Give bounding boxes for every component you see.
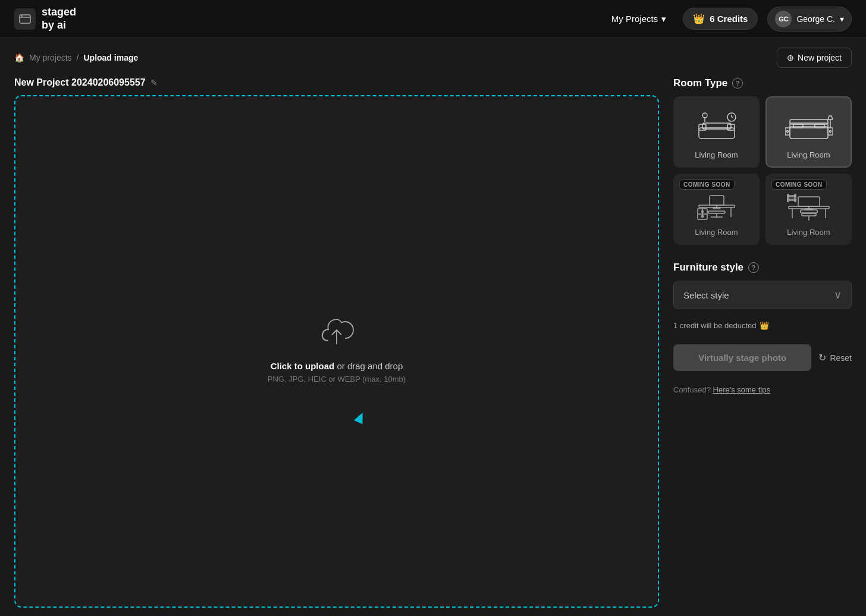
room-icon-2: [785, 110, 833, 146]
breadcrumb-current: Upload image: [83, 53, 138, 62]
room-label-4: Living Room: [787, 228, 830, 237]
home-icon: 🏠: [14, 53, 24, 62]
coming-soon-badge-4: COMING SOON: [771, 180, 827, 190]
logo-text: staged by ai: [42, 6, 76, 32]
room-type-help-icon[interactable]: ?: [732, 78, 743, 89]
plus-icon: ⊕: [787, 53, 794, 62]
new-project-button[interactable]: ⊕ New project: [777, 48, 852, 68]
chevron-down-icon: ∨: [834, 288, 842, 301]
room-icon-3: [693, 187, 741, 223]
edit-icon[interactable]: ✎: [150, 78, 158, 87]
breadcrumb-home-link[interactable]: My projects: [29, 53, 72, 62]
room-type-title: Room Type ?: [673, 77, 852, 89]
room-label-3: Living Room: [695, 228, 738, 237]
chevron-down-icon: ▾: [840, 14, 844, 24]
svg-rect-0: [20, 15, 30, 23]
avatar: GC: [775, 11, 792, 27]
room-type-section: Room Type ?: [673, 77, 852, 250]
svg-point-12: [702, 113, 707, 118]
header: staged by ai My Projects ▾ 👑 6 Credits G…: [0, 0, 866, 38]
svg-marker-23: [828, 116, 833, 120]
project-title: New Project 20240206095557: [14, 77, 146, 88]
breadcrumb-separator: /: [77, 53, 79, 62]
svg-rect-20: [828, 128, 833, 135]
header-right: My Projects ▾ 👑 6 Credits GC George C. ▾: [604, 7, 852, 32]
svg-rect-18: [785, 128, 790, 135]
svg-rect-13: [790, 127, 828, 139]
project-title-row: New Project 20240206095557 ✎: [14, 77, 659, 88]
tips-link[interactable]: Here's some tips: [713, 385, 770, 394]
style-select-dropdown[interactable]: Select style ∨: [673, 281, 852, 309]
crown-icon: 👑: [693, 13, 705, 24]
svg-point-21: [829, 131, 831, 133]
main-content: New Project 20240206095557 ✎ Click to up…: [0, 77, 866, 616]
action-row: Virtually stage photo ↻ Reset: [673, 344, 852, 371]
stage-photo-button[interactable]: Virtually stage photo: [673, 344, 811, 371]
room-card-4[interactable]: COMING SOON: [765, 174, 852, 245]
svg-rect-15: [790, 120, 828, 124]
room-label-2: Living Room: [787, 150, 830, 159]
upload-icon: [319, 319, 354, 351]
furniture-style-title: Furniture style ?: [673, 262, 852, 274]
coming-soon-badge-3: COMING SOON: [679, 180, 735, 190]
room-card-3[interactable]: COMING SOON: [673, 174, 760, 245]
reset-button[interactable]: ↻ Reset: [818, 352, 852, 363]
room-card-2[interactable]: Living Room: [765, 96, 852, 168]
furniture-style-help-icon[interactable]: ?: [748, 262, 759, 273]
logo-area: staged by ai: [14, 6, 76, 32]
svg-rect-30: [708, 211, 725, 213]
reset-icon: ↻: [818, 352, 826, 363]
room-type-grid: Living Room: [673, 96, 852, 245]
upload-area[interactable]: Click to upload or drag and drop PNG, JP…: [14, 95, 659, 608]
left-panel: New Project 20240206095557 ✎ Click to up…: [14, 77, 659, 608]
room-label-1: Living Room: [695, 150, 738, 159]
room-icon-4: [785, 187, 833, 223]
tips-row: Confused? Here's some tips: [673, 385, 852, 394]
svg-rect-14: [790, 123, 828, 128]
upload-text: Click to upload or drag and drop: [271, 361, 403, 371]
breadcrumb: 🏠 My projects / Upload image: [14, 53, 138, 62]
svg-rect-40: [798, 197, 820, 206]
svg-point-19: [786, 131, 788, 133]
room-card-1[interactable]: Living Room: [673, 96, 760, 168]
svg-rect-29: [713, 208, 720, 209]
chevron-down-icon: ▾: [661, 14, 666, 24]
logo-icon: [14, 8, 36, 30]
furniture-style-section: Furniture style ? Select style ∨: [673, 262, 852, 309]
user-menu-button[interactable]: GC George C. ▾: [767, 7, 852, 32]
credits-button[interactable]: 👑 6 Credits: [683, 8, 758, 30]
cursor-icon: [354, 411, 367, 425]
breadcrumb-bar: 🏠 My projects / Upload image ⊕ New proje…: [0, 38, 866, 77]
crown-icon: 👑: [760, 321, 769, 330]
right-panel: Room Type ?: [673, 77, 852, 608]
svg-rect-27: [710, 196, 724, 205]
my-projects-button[interactable]: My Projects ▾: [604, 9, 673, 29]
svg-rect-43: [801, 210, 817, 213]
svg-rect-17: [815, 124, 824, 128]
credit-info: 1 credit will be deducted 👑: [673, 321, 852, 330]
room-icon-1: [693, 110, 741, 146]
svg-rect-44: [802, 213, 816, 216]
upload-subtext: PNG, JPG, HEIC or WEBP (max. 10mb): [268, 375, 406, 384]
svg-rect-16: [793, 124, 803, 128]
